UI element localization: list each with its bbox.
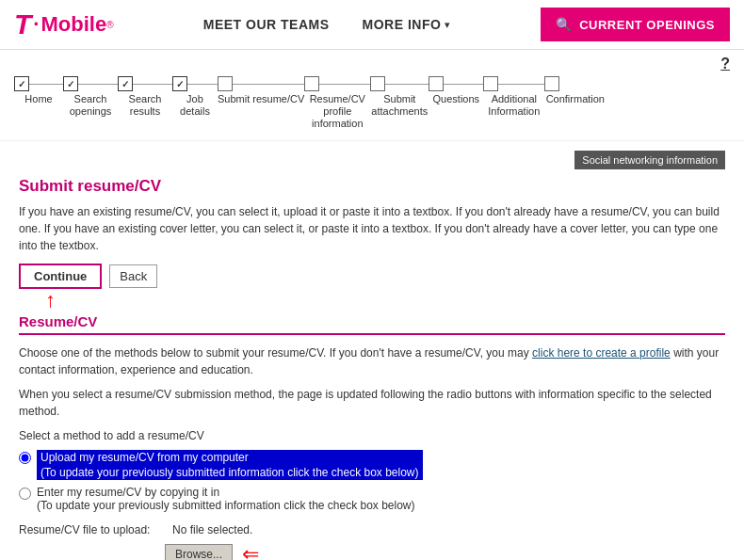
step-additional-info-label: AdditionalInformation [488,93,540,118]
continue-button[interactable]: Continue [19,264,102,289]
logo-dot: · [33,12,39,37]
social-networking-button[interactable]: Social networking information [574,151,725,169]
browse-button[interactable]: Browse... [165,544,233,560]
intro-text: If you have an existing resume/CV, you c… [19,203,725,254]
radio-upload-label-1: Upload my resume/CV from my computer [37,450,423,465]
step-questions-label: Questions [433,93,480,104]
step-submit-resume-label: Submit resume/CV [218,93,304,105]
radio-option-1[interactable]: Upload my resume/CV from my computer (To… [19,450,725,480]
step-questions-box [429,76,444,91]
breadcrumb-container: ? ✓ Home ✓ Searchopenings ✓ Searchresult… [0,50,744,141]
current-openings-label: CURRENT OPENINGS [579,18,715,32]
step-search-openings-label: Searchopenings [70,93,112,118]
step-confirmation-box [544,76,559,91]
step-search-openings-box: ✓ [63,76,78,91]
radio-copy-label-2: (To update your previously submitted inf… [37,499,415,512]
step-questions[interactable]: Questions [429,76,483,104]
arrow-annotation: ↑ [45,290,56,311]
header: T · Mobile ® MEET OUR TEAMS MORE INFO ▾ … [0,0,744,50]
radio-upload[interactable] [19,452,31,464]
step-home-label: Home [24,93,52,104]
step-search-results[interactable]: ✓ Searchresults [118,76,172,118]
search-icon: 🔍 [556,17,573,32]
step-submit-resume-box [218,76,233,91]
step-resume-profile-box [304,76,319,91]
upload-label: Resume/CV file to upload: [19,523,165,536]
step-resume-profile-label: Resume/CVprofileinformation [310,93,365,131]
select-method-label: Select a method to add a resume/CV [19,429,725,442]
main-content: Social networking information Submit res… [0,141,744,560]
step-resume-profile[interactable]: Resume/CVprofileinformation [304,76,370,131]
step-additional-info[interactable]: AdditionalInformation [483,76,544,118]
step-submit-attachments-box [370,76,385,91]
step-home[interactable]: ✓ Home [14,76,63,104]
resume-section-title: Resume/CV [19,313,725,329]
radio-copy[interactable] [19,488,31,500]
radio-info-text: When you select a resume/CV submission m… [19,386,725,420]
action-buttons: Continue Back [19,264,157,289]
step-search-results-label: Searchresults [129,93,162,118]
meet-teams-link[interactable]: MEET OUR TEAMS [203,17,330,32]
red-arrow-icon: ⇐ [242,542,259,560]
step-job-details-label: Jobdetails [180,93,210,118]
breadcrumb-steps: ✓ Home ✓ Searchopenings ✓ Searchresults … [14,76,730,131]
step-search-openings[interactable]: ✓ Searchopenings [63,76,118,118]
logo-t: T [14,10,31,39]
step-home-box: ✓ [14,76,29,91]
pink-divider [19,333,725,335]
step-search-results-box: ✓ [118,76,133,91]
step-submit-attachments[interactable]: Submitattachments [370,76,429,118]
nav-links: MEET OUR TEAMS MORE INFO ▾ [203,17,451,32]
step-submit-attachments-label: Submitattachments [371,93,428,118]
radio-copy-label-1: Enter my resume/CV by copying it in [37,486,415,499]
radio-option-2[interactable]: Enter my resume/CV by copying it in (To … [19,486,725,512]
page-title: Submit resume/CV [19,177,725,196]
help-icon[interactable]: ? [14,56,730,72]
step-additional-info-box [483,76,498,91]
step-job-details-box: ✓ [172,76,187,91]
logo-mobile: Mobile [40,12,106,37]
current-openings-button[interactable]: 🔍 CURRENT OPENINGS [541,8,730,41]
more-info-label: MORE INFO [363,17,442,32]
no-file-text: No file selected. [172,523,252,536]
step-confirmation-label: Confirmation [546,93,605,104]
create-profile-link[interactable]: click here to create a profile [532,346,671,360]
logo[interactable]: T · Mobile ® [14,10,114,39]
chevron-down-icon: ▾ [445,19,450,31]
logo-trademark: ® [106,20,113,30]
browse-row: Browse... ⇐ [19,542,725,560]
back-button[interactable]: Back [109,264,157,288]
choose-method-text: Choose one of the methods below to submi… [19,344,725,378]
upload-file-row: Resume/CV file to upload: No file select… [19,523,725,536]
more-info-nav[interactable]: MORE INFO ▾ [363,17,451,32]
step-job-details[interactable]: ✓ Jobdetails [172,76,218,118]
step-submit-resume[interactable]: Submit resume/CV [218,76,304,105]
radio-upload-label-2: (To update your previously submitted inf… [37,465,423,480]
step-confirmation[interactable]: Confirmation [544,76,606,104]
